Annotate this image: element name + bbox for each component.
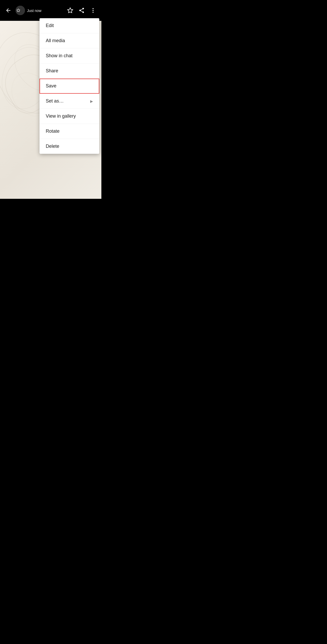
menu-item-delete-label: Delete (46, 144, 59, 149)
menu-item-all-media-label: All media (46, 38, 65, 43)
back-button[interactable] (3, 5, 14, 16)
bottom-bar (0, 199, 101, 220)
menu-item-show-in-chat[interactable]: Show in chat (40, 48, 99, 63)
menu-item-view-in-gallery[interactable]: View in gallery (40, 109, 99, 124)
menu-item-share-label: Share (46, 68, 58, 74)
menu-item-edit[interactable]: Edit (40, 18, 99, 33)
menu-item-save[interactable]: Save (40, 79, 99, 94)
star-button[interactable] (65, 5, 75, 16)
menu-item-all-media[interactable]: All media (40, 33, 99, 48)
timestamp-label: Just now (27, 9, 41, 13)
contact-avatar: ✿ (16, 6, 25, 15)
svg-marker-2 (68, 8, 73, 13)
menu-item-delete[interactable]: Delete (40, 139, 99, 154)
topbar: ✿ Just now (0, 0, 101, 21)
menu-item-set-as[interactable]: Set as… ▶ (40, 94, 99, 109)
context-menu: Edit All media Show in chat Share Save S… (40, 18, 99, 154)
menu-item-rotate[interactable]: Rotate (40, 124, 99, 139)
svg-point-5 (93, 12, 94, 13)
topbar-left: ✿ Just now (3, 5, 65, 16)
topbar-actions (65, 5, 98, 16)
set-as-arrow-icon: ▶ (90, 99, 93, 103)
menu-item-share[interactable]: Share (40, 63, 99, 79)
menu-item-rotate-label: Rotate (46, 129, 60, 134)
menu-item-show-in-chat-label: Show in chat (46, 53, 73, 59)
menu-item-edit-label: Edit (46, 23, 54, 28)
menu-item-view-in-gallery-label: View in gallery (46, 113, 76, 119)
more-options-button[interactable] (88, 5, 98, 16)
svg-point-3 (93, 8, 94, 9)
svg-point-4 (93, 10, 94, 11)
menu-item-save-label: Save (46, 83, 56, 89)
svg-text:✿: ✿ (16, 8, 20, 13)
menu-item-set-as-label: Set as… (46, 98, 64, 104)
contact-info: Just now (27, 8, 41, 13)
share-button[interactable] (76, 5, 87, 16)
